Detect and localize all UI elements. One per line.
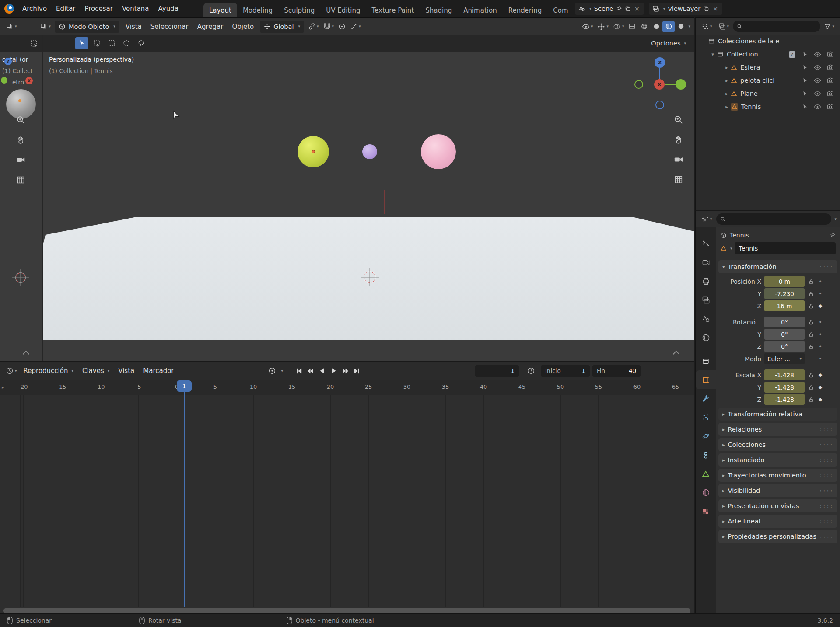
lock-icon[interactable] (806, 384, 816, 390)
drag-handle-icon[interactable]: :::: (819, 488, 834, 494)
camera-view-icon[interactable] (15, 154, 26, 165)
menu-agregar[interactable]: Agregar (193, 23, 228, 31)
tool-tweak[interactable] (75, 37, 88, 49)
disable-render-camera-icon[interactable] (827, 103, 834, 110)
frame-start-field[interactable]: Inicio 1 (541, 365, 590, 377)
new-viewlayer-icon[interactable] (703, 6, 709, 12)
play-reverse-icon[interactable] (318, 367, 326, 375)
left-gizmo-z-axis[interactable]: Z (4, 58, 12, 65)
outliner-display-mode-button[interactable]: ▾ (716, 23, 732, 30)
snap-target-button[interactable]: ▾ (306, 23, 321, 30)
tab-rendering[interactable]: Rendering (503, 3, 548, 17)
panel-presentacion[interactable]: ▸Presentación en vistas :::: (718, 499, 837, 512)
drag-handle-icon[interactable]: :::: (819, 264, 834, 270)
tab-particles[interactable] (696, 408, 716, 427)
disable-render-camera-icon[interactable] (827, 77, 834, 84)
lock-icon[interactable] (806, 372, 816, 378)
disclosure-triangle[interactable]: ▸ (723, 78, 731, 84)
drag-handle-icon[interactable]: :::: (819, 534, 834, 540)
keyframe-diamond-icon[interactable]: ◆ (816, 397, 825, 402)
properties-search[interactable] (716, 213, 832, 225)
selectable-cursor-icon[interactable] (802, 64, 808, 70)
panel-propiedades-personalizadas[interactable]: ▸Propiedades personalizadas :::: (718, 530, 837, 543)
tool-select-box[interactable] (90, 37, 103, 49)
properties-editor-type-button[interactable]: ▾ (699, 216, 714, 223)
region-corner-chevron[interactable] (673, 351, 680, 358)
outliner-row-esfera[interactable]: ▸ Esfera (696, 61, 840, 74)
transform-orientation-dropdown[interactable]: Global ▾ (260, 21, 304, 33)
xray-toggle[interactable] (626, 23, 638, 30)
tab-scene[interactable] (696, 310, 716, 328)
lock-icon[interactable] (806, 344, 816, 350)
menu-vista-timeline[interactable]: Vista (114, 367, 139, 375)
lock-icon[interactable] (806, 303, 816, 309)
close-icon[interactable]: × (712, 5, 719, 12)
disclosure-triangle[interactable]: ▸ (723, 104, 731, 110)
menu-marcador[interactable]: Marcador (139, 367, 178, 375)
left-gizmo-y-axis[interactable] (1, 77, 7, 84)
chevron-down-icon[interactable]: ▾ (730, 247, 732, 251)
outliner-row-pelota[interactable]: ▸ pelota clicl (696, 74, 840, 87)
previous-keyframe-icon[interactable] (307, 367, 314, 375)
menu-procesar[interactable]: Procesar (80, 5, 117, 13)
menu-seleccionar[interactable]: Seleccionar (146, 23, 193, 31)
outliner-search[interactable] (733, 21, 820, 32)
editor-type-left-button[interactable]: ▾ (4, 23, 19, 31)
rotation-x-field[interactable]: 0° (764, 317, 805, 327)
lock-icon[interactable] (806, 319, 816, 325)
location-x-field[interactable]: 0 m (764, 276, 805, 287)
tool-select-rect[interactable] (105, 37, 118, 49)
timeline-ruler[interactable]: ▸ -20 -15 -10 -5 0 5 10 15 20 25 30 35 4… (0, 380, 694, 395)
tab-sculpting[interactable]: Sculpting (278, 3, 320, 17)
tab-animation[interactable]: Animation (458, 3, 502, 17)
menu-vista[interactable]: Vista (121, 23, 146, 31)
tab-shading[interactable]: Shading (420, 3, 458, 17)
blender-logo-icon[interactable] (4, 4, 14, 14)
disclosure-triangle[interactable]: ▾ (709, 52, 717, 57)
outliner-filter-button[interactable]: ▾ (822, 23, 836, 30)
tab-view-layer[interactable] (696, 291, 716, 310)
panel-relaciones[interactable]: ▸Relaciones :::: (718, 423, 837, 436)
animate-dot-icon[interactable]: • (816, 355, 825, 362)
drag-handle-icon[interactable]: :::: (819, 519, 834, 524)
hand-icon[interactable] (15, 134, 26, 146)
animate-dot-icon[interactable]: • (816, 290, 825, 297)
animate-dot-icon[interactable]: • (816, 331, 825, 338)
close-icon[interactable]: × (634, 5, 640, 12)
pink-ball-object[interactable] (421, 134, 456, 169)
keyframe-diamond-icon[interactable]: ◆ (816, 372, 825, 378)
pane-divider[interactable] (42, 35, 43, 361)
scene-selector[interactable]: ▾ Scene × (575, 3, 644, 15)
hand-icon[interactable] (673, 134, 684, 146)
menu-objeto[interactable]: Objeto (228, 23, 258, 31)
gizmo-x-axis[interactable]: X (654, 79, 665, 90)
timeline-editor-type-button[interactable]: ▾ (4, 367, 19, 375)
drag-handle-icon[interactable]: :::: (819, 427, 834, 432)
outliner-editor-type-button[interactable]: ▾ (699, 23, 714, 30)
left-pane-select-tool[interactable] (27, 37, 40, 49)
shading-solid-button[interactable] (650, 21, 662, 32)
hide-viewport-eye-icon[interactable] (814, 103, 821, 111)
visibility-dropdown[interactable]: ▾ (580, 23, 595, 31)
tab-modifiers[interactable] (696, 389, 716, 408)
tab-collection[interactable] (696, 352, 716, 370)
rotation-z-field[interactable]: 0° (764, 341, 805, 352)
tab-physics[interactable] (696, 427, 716, 446)
menu-reproduccion[interactable]: Reproducción▾ (19, 367, 78, 375)
editor-type-button[interactable]: ▾ (38, 23, 53, 31)
show-gizmo-dropdown[interactable]: ▾ (595, 23, 611, 31)
shading-wireframe-button[interactable] (638, 21, 650, 32)
ground-plane[interactable] (0, 35, 694, 361)
scale-x-field[interactable]: -1.428 (764, 369, 805, 380)
menu-editar[interactable]: Editar (52, 5, 80, 13)
timeline-track-area[interactable] (0, 395, 694, 607)
panel-visibilidad[interactable]: ▸Visibilidad :::: (718, 484, 837, 497)
mode-dropdown[interactable]: Modo Objeto ▾ (55, 21, 119, 33)
hide-viewport-eye-icon[interactable] (814, 90, 821, 98)
tab-world[interactable] (696, 328, 716, 347)
properties-search-input[interactable] (728, 216, 828, 223)
jump-to-end-icon[interactable] (353, 367, 360, 375)
show-overlays-dropdown[interactable]: ▾ (611, 23, 626, 31)
animate-dot-icon[interactable]: • (816, 278, 825, 285)
pin-icon[interactable] (829, 232, 836, 239)
